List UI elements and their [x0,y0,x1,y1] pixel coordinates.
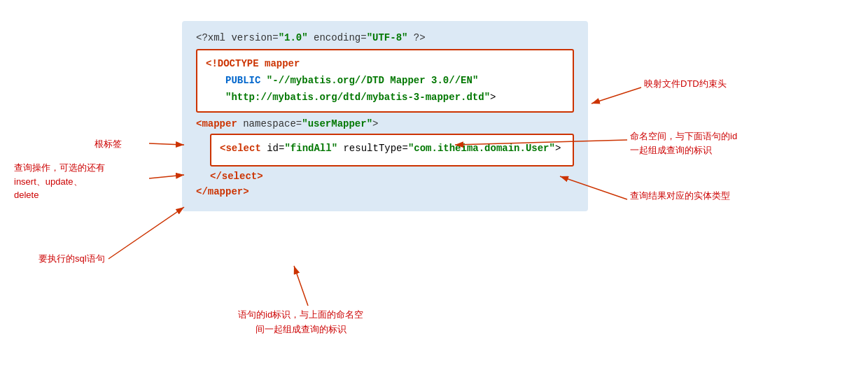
namespace-val: "userMapper" [302,118,372,129]
query-op-label: 查询操作，可选的还有insert、update、delete [14,161,105,202]
doctype-line1: <!DOCTYPE mapper [206,56,564,73]
root-tag-label: 根标签 [94,137,122,151]
select-box: <select id="findAll" resultType="com.ith… [210,134,574,166]
doctype-url-val: "http://mybatis.org/dtd/mybatis-3-mapper… [225,92,490,103]
select-close-tag: </select> [210,171,263,182]
xml-encoding-value: "UTF-8" [367,32,408,43]
select-close-line: </select> [196,171,574,182]
namespace-label: 命名空间，与下面语句的id一起组成查询的标识 [630,129,737,157]
mapper-close-tag: </mapper> [196,186,249,197]
select-open-bracket: > [555,143,561,154]
xml-version-value: "1.0" [279,32,308,43]
dtd-label: 映射文件DTD约束头 [644,77,727,91]
mapper-namespace-line: <mapper namespace="userMapper"> [196,118,574,129]
svg-line-8 [294,266,308,306]
mapper-tag: <mapper [196,118,237,129]
svg-line-2 [592,87,641,104]
id-attr-val: "findAll" [284,143,337,154]
result-type-attr-name: resultType= [343,143,407,154]
svg-line-4 [149,143,184,145]
main-container: <?xml version="1.0" encoding="UTF-8" ?> … [0,0,868,368]
svg-line-5 [149,175,184,178]
public-keyword: PUBLIC [225,75,260,86]
code-area: <?xml version="1.0" encoding="UTF-8" ?> … [182,21,588,211]
select-tag: <select [220,143,261,154]
doctype-line2: PUBLIC "-//mybatis.org//DTD Mapper 3.0//… [206,73,564,90]
sql-label: 要执行的sql语句 [38,252,105,266]
doctype-keyword: <!DOCTYPE mapper [206,58,300,69]
namespace-attr-name: namespace= [243,118,302,129]
result-type-val: "com.itheima.domain.User" [408,143,555,154]
xml-declaration: <?xml version="1.0" encoding="UTF-8" ?> [196,32,574,43]
svg-line-7 [108,207,184,259]
mapper-open-bracket: > [372,118,378,129]
select-tag-line: <select id="findAll" resultType="com.ith… [220,141,564,156]
mapper-close-line: </mapper> [196,186,574,197]
doctype-public-val: "-//mybatis.org//DTD Mapper 3.0//EN" [267,75,478,86]
doctype-box: <!DOCTYPE mapper PUBLIC "-//mybatis.org/… [196,49,574,113]
doctype-line3: "http://mybatis.org/dtd/mybatis-3-mapper… [206,90,564,106]
id-attr-name: id= [267,143,284,154]
entity-type-label: 查询结果对应的实体类型 [630,189,730,203]
id-label: 语句的id标识，与上面的命名空间一起组成查询的标识 [238,308,363,337]
